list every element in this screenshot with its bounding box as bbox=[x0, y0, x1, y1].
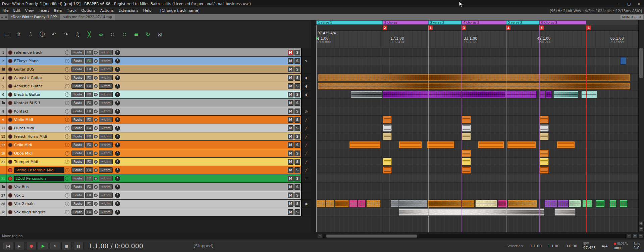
media-item[interactable] bbox=[620, 200, 628, 207]
pan-knob[interactable] bbox=[115, 50, 120, 55]
media-item[interactable] bbox=[539, 166, 548, 174]
fx-bypass-button[interactable]: ø bbox=[94, 202, 98, 206]
media-item[interactable] bbox=[620, 57, 626, 65]
solo-button[interactable]: S bbox=[294, 201, 300, 207]
grid-settings-button[interactable]: ∷ bbox=[109, 31, 116, 38]
marker-5[interactable]: 5 bbox=[539, 26, 544, 30]
fx-bypass-button[interactable]: ø bbox=[94, 59, 98, 63]
track-lane[interactable] bbox=[316, 48, 638, 57]
fx-bypass-button[interactable]: ø bbox=[94, 194, 98, 197]
media-item[interactable] bbox=[557, 200, 569, 207]
solo-button[interactable]: S bbox=[294, 117, 300, 123]
track-row[interactable]: 27Vox 1!RouteFXø≈trimMS bbox=[0, 191, 311, 200]
trim-envelope-button[interactable]: ≈trim bbox=[99, 209, 112, 215]
trim-envelope-button[interactable]: ≈trim bbox=[99, 100, 112, 106]
pan-knob[interactable] bbox=[115, 168, 120, 173]
solo-button[interactable]: S bbox=[294, 209, 300, 215]
menu-help[interactable]: Help bbox=[141, 7, 154, 14]
scroll-left-button[interactable]: ◂ bbox=[317, 234, 322, 238]
marker-4[interactable]: 4 bbox=[506, 26, 511, 30]
menu-insert[interactable]: Insert bbox=[36, 7, 52, 14]
menu-view[interactable]: View bbox=[23, 7, 36, 14]
fx-bypass-button[interactable]: ø bbox=[94, 118, 98, 122]
route-button[interactable]: Route bbox=[71, 176, 84, 181]
fx-bypass-button[interactable]: ø bbox=[94, 51, 98, 54]
solo-button[interactable]: S bbox=[294, 50, 300, 55]
marker-1[interactable]: 1 bbox=[428, 26, 433, 30]
route-button[interactable]: Route bbox=[71, 109, 84, 114]
close-button[interactable]: × bbox=[634, 0, 644, 7]
record-arm-button[interactable] bbox=[8, 126, 12, 130]
media-item[interactable] bbox=[383, 133, 392, 140]
mute-button[interactable]: M bbox=[288, 100, 293, 106]
media-item[interactable] bbox=[390, 200, 399, 207]
pan-knob[interactable] bbox=[115, 58, 120, 64]
monitor-button[interactable]: ! bbox=[65, 109, 69, 114]
pan-knob[interactable] bbox=[115, 109, 120, 114]
repeat-button[interactable]: ↻ bbox=[50, 242, 60, 250]
media-item[interactable] bbox=[609, 200, 617, 207]
mute-button[interactable]: M bbox=[288, 159, 293, 165]
mute-button[interactable]: M bbox=[288, 142, 293, 148]
mute-button[interactable]: M bbox=[288, 193, 293, 198]
stop-button[interactable]: ■ bbox=[61, 242, 72, 250]
pan-knob[interactable] bbox=[115, 134, 120, 139]
vertical-scrollbar[interactable]: + − bbox=[638, 20, 644, 232]
marker-6[interactable]: 6 bbox=[586, 26, 591, 30]
tab-grid-icon[interactable]: ▣ bbox=[4, 14, 8, 20]
undo-button[interactable]: ↶ bbox=[50, 31, 58, 38]
route-button[interactable]: Route bbox=[71, 58, 84, 64]
track-lane[interactable] bbox=[316, 166, 638, 174]
track-lane[interactable] bbox=[316, 57, 638, 65]
h-zoom-out-button[interactable]: − bbox=[638, 234, 643, 238]
route-button[interactable]: Route bbox=[71, 100, 84, 106]
track-name[interactable]: Cello Midi bbox=[14, 142, 64, 148]
fx-bypass-button[interactable]: ø bbox=[94, 101, 98, 105]
media-item[interactable] bbox=[539, 158, 548, 165]
pan-knob[interactable] bbox=[115, 100, 120, 106]
track-row[interactable]: 17Cello Midi!RouteFXø≈trimMS╱ bbox=[0, 141, 311, 149]
solo-button[interactable]: S bbox=[294, 176, 300, 181]
track-lane[interactable] bbox=[316, 99, 638, 107]
pan-knob[interactable] bbox=[115, 201, 120, 206]
menu-track[interactable]: Track bbox=[64, 7, 79, 14]
record-arm-button[interactable] bbox=[8, 151, 12, 156]
monitor-fx-button[interactable]: MONITOR FX bbox=[621, 15, 643, 19]
solo-button[interactable]: S bbox=[294, 159, 300, 165]
fx-button[interactable]: FX bbox=[85, 50, 93, 55]
media-item[interactable] bbox=[596, 200, 605, 207]
track-row[interactable]: Vox Bus!RouteFXø≈trimMS bbox=[0, 183, 311, 191]
monitor-button[interactable]: ! bbox=[65, 50, 69, 55]
fx-button[interactable]: FX bbox=[85, 167, 93, 173]
media-item[interactable] bbox=[383, 124, 392, 132]
region-2-chorus[interactable]: 2 chorus bbox=[383, 20, 429, 25]
route-button[interactable]: Route bbox=[71, 92, 84, 97]
trim-envelope-button[interactable]: ≈trim bbox=[99, 142, 112, 148]
mute-button[interactable]: M bbox=[288, 83, 293, 89]
media-item[interactable] bbox=[539, 150, 548, 157]
mute-button[interactable]: M bbox=[288, 58, 293, 64]
solo-button[interactable]: S bbox=[294, 83, 300, 89]
trim-envelope-button[interactable]: ≈trim bbox=[99, 92, 112, 97]
mute-button[interactable]: M bbox=[288, 209, 293, 215]
fx-button[interactable]: FX bbox=[85, 209, 93, 215]
media-item[interactable] bbox=[507, 141, 536, 149]
play-button[interactable]: ▶ bbox=[38, 242, 48, 250]
transport-time-display[interactable]: 1.1.00 / 0:00.000 bbox=[88, 242, 143, 250]
solo-button[interactable]: S bbox=[294, 125, 300, 131]
menu-file[interactable]: File bbox=[0, 7, 11, 14]
record-arm-button[interactable] bbox=[8, 76, 12, 80]
monitor-button[interactable]: ! bbox=[65, 143, 69, 147]
fx-bypass-button[interactable]: ø bbox=[94, 143, 98, 147]
global-automation-display[interactable]: GLOBAL none bbox=[614, 242, 628, 249]
record-arm-button[interactable] bbox=[8, 92, 12, 97]
track-row[interactable]: 21Trumpet Midi!RouteFXø≈trimMS╱ bbox=[0, 158, 311, 166]
track-lane[interactable] bbox=[316, 124, 638, 132]
pan-knob[interactable] bbox=[115, 126, 120, 131]
record-arm-button[interactable] bbox=[8, 59, 12, 63]
marker-2[interactable]: 2 bbox=[383, 26, 387, 30]
trim-envelope-button[interactable]: ≈trim bbox=[99, 151, 112, 156]
track-row[interactable]: 6Electric Guitar!RouteFXø≈trimMS◖ bbox=[0, 90, 311, 99]
envelope-toggle-button[interactable]: ╳ bbox=[86, 31, 93, 38]
new-project-button[interactable]: ▭ bbox=[3, 31, 11, 38]
